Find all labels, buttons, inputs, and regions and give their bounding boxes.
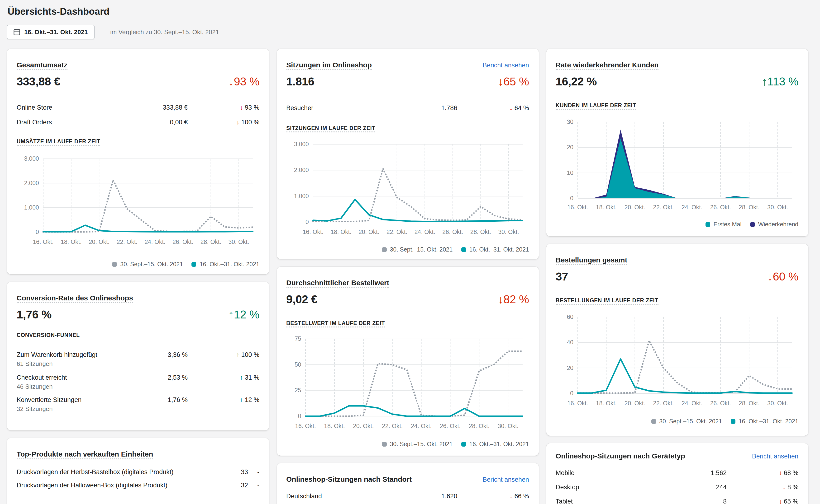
chart-legend: Erstes MalWiederkehrend	[705, 221, 798, 228]
card-title[interactable]: Durchschnittlicher Bestellwert	[286, 278, 389, 288]
svg-text:20. Okt.: 20. Okt.	[624, 400, 645, 406]
svg-text:22. Okt.: 22. Okt.	[117, 238, 137, 245]
funnel-label: CONVERSION-FUNNEL	[17, 332, 80, 338]
card-title[interactable]: Conversion-Rate des Onlineshops	[17, 294, 133, 303]
legend-item: 30. Sept.–15. Okt. 2021	[651, 418, 722, 425]
product-row: Druckvorlagen der Herbst-Bastelbox (digi…	[17, 465, 260, 479]
product-row: Druckvorlagen der Halloween-Box (digital…	[17, 479, 260, 492]
chart-subheader[interactable]: BESTELLUNGEN IM LAUFE DER ZEIT	[555, 297, 658, 304]
chart-subheader[interactable]: KUNDEN IM LAUFE DER ZEIT	[555, 102, 636, 109]
svg-text:20. Okt.: 20. Okt.	[89, 238, 109, 245]
metric-value: 37	[555, 270, 568, 283]
svg-text:28. Okt.: 28. Okt.	[468, 422, 489, 429]
up-arrow-icon: ↑	[236, 351, 240, 358]
legend-item: 16. Okt.–31. Okt. 2021	[461, 246, 529, 253]
legend-item: 30. Sept.–15. Okt. 2021	[382, 246, 452, 253]
svg-text:24. Okt.: 24. Okt.	[414, 228, 435, 235]
card-title[interactable]: Rate wiederkehrender Kunden	[555, 61, 659, 70]
metric-row: Besucher1.786↓ 64 %	[286, 100, 529, 115]
svg-text:30. Okt.: 30. Okt.	[498, 228, 519, 235]
metric-row: Desktop244↓ 8 %	[555, 480, 798, 494]
legend-item: Wiederkehrend	[750, 221, 798, 228]
card-title[interactable]: Top-Produkte nach verkauften Einheiten	[17, 450, 153, 459]
card-title[interactable]: Gesamtumsatz	[17, 61, 67, 70]
svg-text:26. Okt.: 26. Okt.	[710, 400, 731, 406]
chart-subheader[interactable]: UMSÄTZE IM LAUFE DER ZEIT	[17, 138, 100, 145]
report-link[interactable]: Bericht ansehen	[483, 476, 529, 483]
chart-legend: 30. Sept.–15. Okt. 202116. Okt.–31. Okt.…	[382, 246, 529, 253]
svg-text:16. Okt.: 16. Okt.	[33, 238, 54, 245]
metric-value: 9,02 €	[286, 293, 317, 306]
metric-change: ↑113 %	[762, 75, 798, 88]
product-rows: Druckvorlagen der Herbst-Bastelbox (digi…	[17, 465, 260, 492]
report-link[interactable]: Bericht ansehen	[483, 61, 529, 69]
metric-value: 1.816	[286, 75, 314, 88]
svg-text:30. Okt.: 30. Okt.	[228, 238, 249, 245]
svg-text:60: 60	[566, 313, 573, 320]
svg-text:20. Okt.: 20. Okt.	[358, 228, 379, 235]
svg-text:22. Okt.: 22. Okt.	[382, 422, 403, 429]
svg-text:30. Okt.: 30. Okt.	[497, 422, 518, 429]
metric-row: Deutschland1.620↓ 66 %	[286, 489, 529, 504]
down-arrow-icon: ↓	[509, 493, 513, 500]
legend-item: 30. Sept.–15. Okt. 2021	[112, 261, 183, 267]
metric-value: 333,88 €	[17, 75, 60, 88]
bestellungen-line-chart: 020406016. Okt.18. Okt.20. Okt.22. Okt.2…	[555, 310, 798, 408]
svg-text:22. Okt.: 22. Okt.	[386, 228, 407, 235]
funnel-row: Checkout erreicht2,53 %↑ 31 %46 Sitzunge…	[17, 373, 260, 395]
down-arrow-icon: ↓	[236, 118, 240, 126]
svg-text:1.000: 1.000	[24, 204, 39, 210]
card-gesamtumsatz: Gesamtumsatz 333,88 € ↓93 % Online Store…	[7, 49, 269, 274]
card-title[interactable]: Sitzungen im Onlineshop	[286, 61, 372, 70]
svg-text:25: 25	[294, 387, 301, 393]
svg-text:18. Okt.: 18. Okt.	[595, 400, 617, 406]
svg-text:24. Okt.: 24. Okt.	[145, 238, 165, 245]
svg-text:2.000: 2.000	[294, 166, 309, 173]
column-2: Sitzungen im Onlineshop Bericht ansehen …	[277, 0, 538, 504]
sitzungen-line-chart: 01.0002.0003.00016. Okt.18. Okt.20. Okt.…	[286, 134, 529, 237]
chart-subheader[interactable]: SITZUNGEN IM LAUFE DER ZEIT	[286, 125, 375, 132]
metric-row: Mobile1.562↓ 68 %	[555, 466, 798, 480]
svg-text:1.000: 1.000	[294, 192, 309, 199]
svg-text:20. Okt.: 20. Okt.	[624, 204, 645, 210]
breakdown-rows: Besucher1.786↓ 64 %	[286, 100, 529, 115]
down-arrow-icon: ↓	[509, 104, 513, 111]
legend-item: Erstes Mal	[705, 221, 741, 228]
card-geraetetyp: Onlineshop-Sitzungen nach Gerätetyp Beri…	[546, 443, 808, 504]
card-sitzungen: Sitzungen im Onlineshop Bericht ansehen …	[277, 49, 538, 259]
metric-row: Tablet8↓ 65 %	[555, 494, 798, 504]
svg-text:20: 20	[566, 364, 573, 371]
card-title[interactable]: Onlineshop-Sitzungen nach Standort	[286, 475, 412, 483]
card-title[interactable]: Bestellungen gesamt	[555, 256, 628, 265]
svg-text:0: 0	[36, 228, 39, 235]
up-arrow-icon: ↑	[240, 374, 243, 381]
up-arrow-icon: ↑	[240, 396, 243, 403]
card-top-produkte: Top-Produkte nach verkauften Einheiten D…	[7, 438, 269, 504]
svg-text:0: 0	[305, 218, 309, 225]
svg-text:2.000: 2.000	[24, 179, 39, 186]
svg-text:26. Okt.: 26. Okt.	[440, 422, 461, 429]
svg-text:28. Okt.: 28. Okt.	[739, 400, 759, 406]
metric-change: ↓65 %	[498, 75, 529, 88]
report-link[interactable]: Bericht ansehen	[752, 453, 798, 460]
card-title[interactable]: Onlineshop-Sitzungen nach Gerätetyp	[555, 452, 685, 460]
svg-text:26. Okt.: 26. Okt.	[442, 228, 463, 235]
svg-text:75: 75	[294, 335, 301, 342]
svg-text:0: 0	[570, 390, 573, 396]
svg-text:18. Okt.: 18. Okt.	[61, 238, 82, 245]
svg-text:28. Okt.: 28. Okt.	[739, 204, 759, 210]
svg-text:16. Okt.: 16. Okt.	[567, 204, 588, 210]
svg-text:18. Okt.: 18. Okt.	[324, 422, 345, 429]
chart-subheader[interactable]: BESTELLWERT IM LAUFE DER ZEIT	[286, 320, 385, 327]
down-arrow-icon: ↓	[782, 484, 786, 491]
svg-text:16. Okt.: 16. Okt.	[302, 228, 323, 235]
svg-text:28. Okt.: 28. Okt.	[470, 228, 491, 235]
metric-change: ↓60 %	[767, 270, 798, 283]
svg-text:20: 20	[566, 144, 573, 150]
svg-text:30: 30	[566, 118, 573, 125]
column-1: Gesamtumsatz 333,88 € ↓93 % Online Store…	[7, 0, 269, 504]
umsatz-line-chart: 01.0002.0003.00016. Okt.18. Okt.20. Okt.…	[17, 148, 260, 249]
metric-row: Online Store333,88 €↓ 93 %	[17, 100, 260, 115]
card-wiederkehrende-kunden: Rate wiederkehrender Kunden 16,22 % ↑113…	[546, 49, 808, 236]
legend-item: 16. Okt.–31. Okt. 2021	[191, 261, 260, 267]
